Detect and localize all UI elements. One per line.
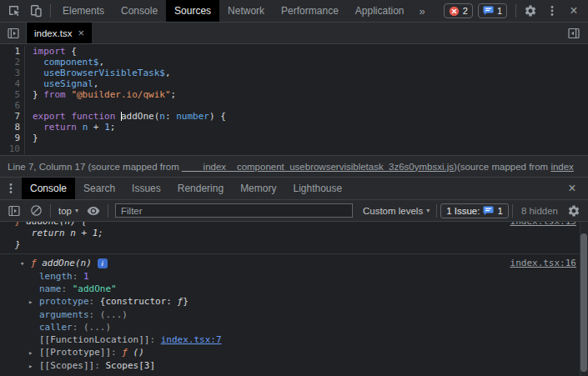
- chevrons-icon: »: [420, 5, 425, 18]
- source-mapped-link[interactable]: ____index__component_usebrowservisibleta…: [182, 162, 454, 172]
- issue-button-label: 1 Issue:: [446, 206, 480, 216]
- show-debugger-button[interactable]: [563, 23, 585, 44]
- panel-right-arrow-icon: [8, 205, 20, 217]
- tab-console[interactable]: Console: [113, 0, 166, 22]
- levels-label: Custom levels: [363, 206, 423, 216]
- console-log-line: return n + 1;: [15, 228, 576, 239]
- object-property-row[interactable]: caller: (...): [28, 321, 576, 333]
- drawer-tab-lighthouse[interactable]: Lighthouse: [284, 178, 350, 199]
- message-icon: [483, 6, 494, 16]
- tab-performance[interactable]: Performance: [273, 0, 347, 22]
- line-number[interactable]: 2: [0, 57, 25, 68]
- tab-network[interactable]: Network: [219, 0, 273, 22]
- close-devtools-button[interactable]: ×: [563, 0, 585, 22]
- console-entry: ▾ ƒ addOne(n) i index.tsx:16 length: 1na…: [0, 254, 588, 373]
- line-number[interactable]: 1: [0, 46, 25, 57]
- drawer-tab-rendering[interactable]: Rendering: [169, 178, 232, 199]
- log-levels-dropdown[interactable]: Custom levels ▾: [359, 206, 433, 216]
- context-selector[interactable]: top ▾: [54, 206, 83, 216]
- info-icon[interactable]: i: [98, 258, 108, 268]
- code-line[interactable]: 3 useBrowserVisibleTask$,: [0, 68, 588, 78]
- object-property-row[interactable]: name: "addOne": [28, 283, 576, 295]
- file-tab-index-tsx[interactable]: index.tsx ×: [27, 23, 92, 43]
- tab-application[interactable]: Application: [347, 0, 413, 22]
- console-settings-button[interactable]: [563, 200, 585, 222]
- line-number[interactable]: 4: [0, 78, 25, 89]
- line-number[interactable]: 6: [0, 100, 25, 111]
- chevron-down-icon: ▾: [75, 207, 78, 214]
- object-property-row[interactable]: ▸[[Scopes]]: Scopes[3]: [28, 359, 576, 373]
- code-line[interactable]: 9}: [0, 133, 588, 143]
- close-drawer-button[interactable]: ×: [561, 178, 583, 199]
- eye-icon: [87, 204, 100, 218]
- close-icon[interactable]: ×: [78, 27, 84, 39]
- code-line[interactable]: 8 return n + 1;: [0, 122, 588, 133]
- drawer-tab-search[interactable]: Search: [75, 178, 123, 199]
- toolbar-divider: [50, 204, 51, 218]
- error-badge[interactable]: 2: [444, 3, 473, 18]
- circle-slash-icon: [30, 204, 43, 217]
- expand-arrow-icon[interactable]: ▸: [28, 296, 39, 308]
- expand-arrow-icon[interactable]: ▸: [28, 360, 39, 373]
- source-link[interactable]: index.tsx:15: [510, 222, 576, 228]
- line-number[interactable]: 9: [0, 133, 25, 143]
- drawer-tab-memory[interactable]: Memory: [232, 178, 284, 199]
- code-editor[interactable]: 1import {2 component$,3 useBrowserVisibl…: [0, 44, 588, 155]
- line-number[interactable]: 10: [0, 143, 25, 154]
- tab-elements[interactable]: Elements: [54, 0, 113, 22]
- drawer-tab-issues[interactable]: Issues: [123, 178, 169, 199]
- inspect-element-button[interactable]: [3, 0, 25, 22]
- function-preview: ƒ addOne(n): [31, 257, 92, 270]
- clear-console-button[interactable]: [25, 200, 47, 222]
- line-number[interactable]: 3: [0, 68, 25, 78]
- inspect-cursor-icon: [8, 4, 21, 18]
- filter-input[interactable]: [115, 203, 353, 218]
- console-log-line: }: [15, 239, 576, 251]
- source-mapped-link[interactable]: index: [550, 162, 574, 172]
- toolbar-divider: [436, 204, 437, 218]
- collapse-arrow-icon[interactable]: ▾: [20, 257, 31, 270]
- code-line[interactable]: 5} from "@builder.io/qwik";: [0, 89, 588, 100]
- object-property-row[interactable]: length: 1: [28, 270, 576, 283]
- show-navigator-button[interactable]: [0, 23, 27, 43]
- property-name: arguments: [39, 309, 89, 320]
- console-log-line: ƒ addOne(n) {index.tsx:15: [15, 222, 576, 228]
- code-line[interactable]: 2 component$,: [0, 57, 588, 68]
- property-name: [[Prototype]]: [39, 347, 111, 358]
- object-property-row[interactable]: [[FunctionLocation]]: index.tsx:7: [28, 333, 576, 346]
- code-line[interactable]: 6: [0, 100, 588, 111]
- code-line[interactable]: 4 useSignal,: [0, 78, 588, 89]
- more-panels-button[interactable]: »: [413, 5, 432, 18]
- line-number[interactable]: 7: [0, 111, 25, 122]
- file-tab-label: index.tsx: [34, 28, 72, 38]
- code-line[interactable]: 7export function addOne(n: number) {: [0, 111, 588, 122]
- object-property-row[interactable]: arguments: (...): [28, 308, 576, 321]
- code-lines: 1import {2 component$,3 useBrowserVisibl…: [0, 46, 588, 154]
- code-line[interactable]: 1import {: [0, 46, 588, 57]
- line-number[interactable]: 5: [0, 89, 25, 100]
- object-property-row[interactable]: ▸[[Prototype]]: ƒ (): [28, 346, 576, 359]
- cursor-position-text: Line 7, Column 17 (source mapped from: [8, 162, 182, 172]
- source-link[interactable]: index.tsx:16: [510, 257, 576, 270]
- editor-status-bar: Line 7, Column 17 (source mapped from __…: [0, 155, 588, 177]
- device-toolbar-button[interactable]: [25, 0, 47, 22]
- code-line[interactable]: 10: [0, 143, 588, 154]
- console-entry: ƒ addOne(n) {index.tsx:15 return n + 1;}: [0, 222, 588, 254]
- show-console-sidebar-button[interactable]: [3, 200, 25, 222]
- expand-arrow-icon[interactable]: ▸: [28, 347, 39, 359]
- toolbar-divider: [50, 4, 51, 18]
- issues-counter-button[interactable]: 1 Issue: 1: [440, 203, 509, 218]
- toolbar-divider: [108, 204, 108, 218]
- function-object-header[interactable]: ▾ ƒ addOne(n) i index.tsx:16: [20, 257, 576, 270]
- issues-badge[interactable]: 1: [478, 3, 507, 18]
- scrollbar-thumb[interactable]: [580, 233, 587, 372]
- drawer-menu-button[interactable]: [0, 178, 22, 199]
- tab-sources[interactable]: Sources: [166, 0, 219, 22]
- main-menu-button[interactable]: [541, 0, 563, 22]
- drawer-tab-console[interactable]: Console: [22, 178, 75, 199]
- settings-button[interactable]: [520, 0, 541, 22]
- line-number[interactable]: 8: [0, 122, 25, 133]
- live-expression-button[interactable]: [83, 200, 104, 222]
- object-property-row[interactable]: ▸prototype: {constructor: ƒ}: [28, 295, 576, 308]
- console-scrollbar[interactable]: [580, 222, 588, 376]
